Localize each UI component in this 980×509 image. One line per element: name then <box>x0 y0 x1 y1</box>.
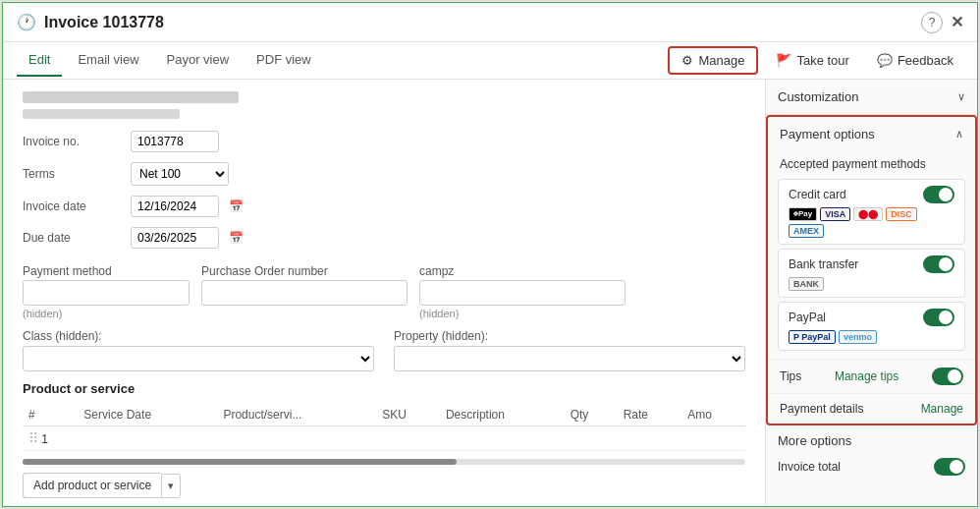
invoice-no-input[interactable] <box>131 131 219 152</box>
invoice-total-toggle[interactable] <box>934 458 965 476</box>
add-product-row: Add product or service ▾ <box>23 473 745 498</box>
amex-icon: AMEX <box>789 224 824 238</box>
customization-header[interactable]: Customization ∨ <box>766 80 977 114</box>
mastercard-icon: ⬤⬤ <box>853 207 883 221</box>
payment-options-title: Payment options <box>780 127 875 141</box>
invoice-total-label: Invoice total <box>778 460 841 474</box>
payment-method-label: Payment method <box>23 264 190 278</box>
description-cell <box>440 426 565 451</box>
tab-email-view[interactable]: Email view <box>66 44 150 77</box>
customization-chevron: ∨ <box>957 90 965 103</box>
calendar-icon[interactable]: 📅 <box>229 199 244 213</box>
class-label: Class (hidden): <box>23 329 374 343</box>
take-tour-button[interactable]: 🚩 Take tour <box>766 48 858 73</box>
credit-card-item: Credit card ⎆Pay VISA ⬤⬤ DISC AMEX <box>778 179 965 245</box>
po-number-label: Purchase Order number <box>201 264 408 278</box>
invoice-date-input[interactable] <box>131 196 219 217</box>
customization-section: Customization ∨ <box>766 80 977 115</box>
campz-input[interactable] <box>419 280 626 306</box>
bank-icon: BANK <box>789 277 824 291</box>
due-date-row: Due date 📅 <box>23 227 745 249</box>
credit-card-header: Credit card <box>789 186 954 203</box>
manage-button[interactable]: ⚙ Manage <box>668 46 758 75</box>
col-description: Description <box>440 404 565 426</box>
row-number: 1 <box>41 432 48 446</box>
tab-edit[interactable]: Edit <box>17 44 62 77</box>
tab-payor-view[interactable]: Payor view <box>155 44 242 77</box>
venmo-icon: venmo <box>839 330 877 344</box>
header-fields <box>23 91 745 119</box>
right-panel: Customization ∨ Payment options ∧ Accept… <box>766 80 977 506</box>
discover-icon: DISC <box>886 207 917 221</box>
invoice-date-label: Invoice date <box>23 199 121 213</box>
left-panel: Invoice no. Terms Net 100 Invoice date 📅… <box>3 80 766 506</box>
horizontal-scrollbar[interactable] <box>23 459 745 465</box>
invoice-total-row: Invoice total <box>778 454 965 480</box>
payment-method-input[interactable] <box>23 280 190 306</box>
credit-card-icons: ⎆Pay VISA ⬤⬤ DISC AMEX <box>789 207 954 238</box>
po-number-group: Purchase Order number <box>201 264 408 319</box>
payment-options-chevron: ∧ <box>955 128 963 141</box>
tips-toggle[interactable] <box>932 368 963 385</box>
class-property-section: Class (hidden): Property (hidden): <box>23 329 745 371</box>
property-select[interactable] <box>394 346 745 371</box>
payment-fields-section: Payment method (hidden) Purchase Order n… <box>23 264 745 319</box>
bank-transfer-name: Bank transfer <box>789 257 858 271</box>
paypal-toggle[interactable] <box>923 309 954 326</box>
campz-group: campz (hidden) <box>419 264 626 319</box>
bank-transfer-toggle[interactable] <box>923 255 954 273</box>
paypal-header: PayPal <box>789 309 954 326</box>
feedback-icon: 💬 <box>877 53 893 68</box>
property-label: Property (hidden): <box>394 329 745 343</box>
bank-icons: BANK <box>789 277 954 291</box>
table-row: ⠿ 1 <box>23 426 745 451</box>
campz-note: (hidden) <box>419 308 626 319</box>
due-date-input[interactable] <box>131 227 219 249</box>
help-button[interactable]: ? <box>921 12 943 33</box>
due-calendar-icon[interactable]: 📅 <box>229 231 244 245</box>
paypal-item: PayPal P PayPal venmo <box>778 302 965 351</box>
class-select[interactable] <box>23 346 374 371</box>
payment-details-label: Payment details <box>780 402 863 416</box>
add-product-button[interactable]: Add product or service <box>23 473 161 498</box>
page-title: Invoice 1013778 <box>44 14 921 31</box>
tab-bar: Edit Email view Payor view PDF view ⚙ Ma… <box>3 42 977 80</box>
po-number-input[interactable] <box>201 280 408 306</box>
tab-pdf-view[interactable]: PDF view <box>245 44 323 77</box>
paypal-icon: P PayPal <box>789 330 836 344</box>
visa-icon: VISA <box>820 207 850 221</box>
product-section-title: Product or service <box>23 381 745 396</box>
manage-tips-link[interactable]: Manage tips <box>835 369 898 383</box>
more-options-title: More options <box>778 433 965 448</box>
payment-options-header[interactable]: Payment options ∧ <box>768 117 975 151</box>
payment-details-row: Payment details Manage <box>768 393 975 424</box>
qty-cell <box>565 426 618 451</box>
paypal-name: PayPal <box>789 311 826 324</box>
bank-transfer-item: Bank transfer BANK <box>778 249 965 298</box>
terms-row: Terms Net 100 <box>23 162 745 186</box>
credit-card-toggle[interactable] <box>923 186 954 203</box>
col-rate: Rate <box>618 404 682 426</box>
scroll-thumb <box>23 459 457 465</box>
add-product-dropdown-button[interactable]: ▾ <box>161 474 181 498</box>
class-group: Class (hidden): <box>23 329 374 371</box>
rate-cell <box>618 426 682 451</box>
customization-title: Customization <box>778 89 858 104</box>
feedback-button[interactable]: 💬 Feedback <box>867 48 963 73</box>
drag-handle[interactable]: ⠿ <box>28 430 38 446</box>
credit-card-name: Credit card <box>789 188 846 201</box>
bank-transfer-header: Bank transfer <box>789 255 954 273</box>
payment-options-section: Payment options ∧ Accepted payment metho… <box>766 115 977 425</box>
payment-method-note: (hidden) <box>23 308 190 319</box>
service-date-cell <box>78 426 217 451</box>
accepted-methods-title: Accepted payment methods <box>768 151 975 175</box>
col-qty: Qty <box>565 404 618 426</box>
col-product: Product/servi... <box>217 404 376 426</box>
col-amount: Amo <box>681 404 745 426</box>
placeholder-block-1 <box>23 91 239 103</box>
invoice-no-label: Invoice no. <box>23 135 121 148</box>
payment-details-manage-link[interactable]: Manage <box>921 402 963 416</box>
tips-label: Tips <box>780 369 801 383</box>
terms-select[interactable]: Net 100 <box>131 162 229 186</box>
close-button[interactable]: ✕ <box>951 13 963 31</box>
